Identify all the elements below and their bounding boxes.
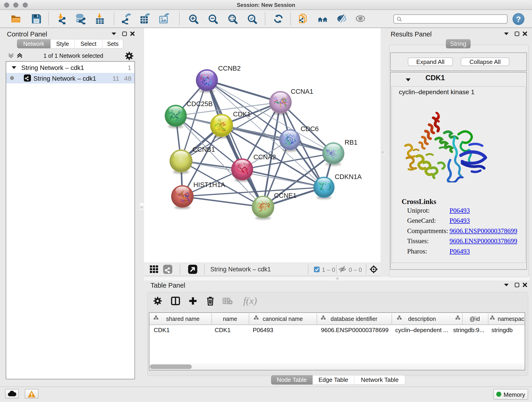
svg-text:CCNA1: CCNA1	[291, 88, 313, 95]
svg-text:CCNE1: CCNE1	[274, 192, 297, 199]
svg-text:CCNB2: CCNB2	[218, 65, 241, 72]
svg-text:CDC6: CDC6	[301, 125, 319, 133]
svg-text:CDK1: CDK1	[233, 110, 251, 118]
svg-text:CDKN1A: CDKN1A	[335, 173, 362, 180]
svg-text:CDC25B: CDC25B	[186, 100, 213, 108]
svg-text:CCNA2: CCNA2	[253, 153, 276, 161]
svg-text:RB1: RB1	[345, 139, 357, 146]
svg-text:HIST1H1A: HIST1H1A	[193, 181, 225, 188]
svg-text:CCNB1: CCNB1	[192, 146, 215, 153]
